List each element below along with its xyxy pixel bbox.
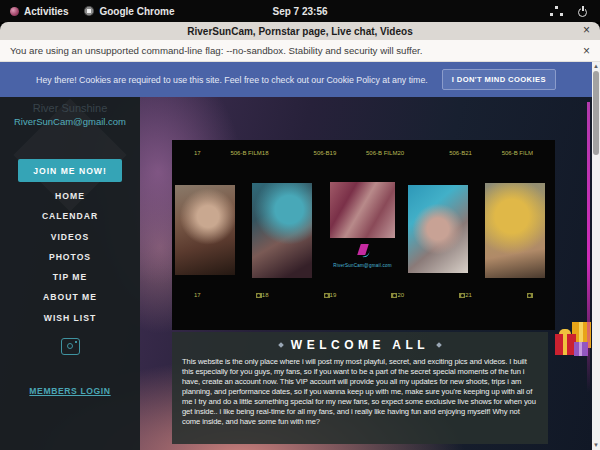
page-edge-accent-line [587, 102, 590, 392]
screen: Activities Google Chrome Sep 7 23:56 Riv… [0, 0, 600, 450]
sidebar-item-calendar[interactable]: CALENDAR [0, 206, 140, 226]
sidebar-item-photos[interactable]: PHOTOS [0, 247, 140, 267]
clip-label: 506-B [449, 150, 465, 156]
infobar-close-icon[interactable]: × [583, 44, 590, 58]
video-thumbnail[interactable] [485, 183, 545, 278]
gift-boxes-graphic [552, 322, 592, 367]
power-icon[interactable] [577, 6, 588, 17]
window-close-icon[interactable]: × [583, 23, 590, 37]
gift-red-icon [555, 334, 576, 355]
carousel-top-labels: 17506-B FILM 18506-B 19506-B FILM 20506-… [172, 150, 555, 156]
welcome-panel: WELCOME ALL This website is the only pla… [172, 332, 548, 444]
clip-number: 18 [262, 292, 269, 298]
camera-social-icon[interactable] [61, 338, 80, 355]
page-title: RiverSunCam, Pornstar page, Live chat, V… [187, 26, 412, 37]
carousel-bottom-labels: 17 18 19 20 21 [172, 292, 555, 298]
clip-label: 506-B FILM [502, 150, 533, 156]
clip-label: 506-B FILM [366, 150, 397, 156]
video-thumbnail[interactable] [408, 185, 468, 273]
camera-icon [256, 293, 262, 298]
clip-number: 20 [397, 292, 404, 298]
system-top-bar: Activities Google Chrome Sep 7 23:56 [0, 0, 600, 22]
diamond-bullet-icon [278, 342, 284, 348]
site-name: River Sunshine [0, 102, 140, 114]
gift-purple-icon [574, 342, 588, 356]
brand-logo-icon [355, 244, 371, 258]
clip-label: 506-B [314, 150, 330, 156]
sidebar-item-about-me[interactable]: ABOUT ME [0, 287, 140, 307]
clock[interactable]: Sep 7 23:56 [0, 6, 600, 17]
sidebar: River Sunshine RiverSunCam@gmail.com JOI… [0, 97, 140, 450]
flag-warning-infobar: You are using an unsupported command-lin… [0, 40, 600, 62]
contact-email-link[interactable]: RiverSunCam@gmail.com [0, 116, 140, 127]
sidebar-item-wish-list[interactable]: WISH LIST [0, 308, 140, 328]
video-thumbnail[interactable] [252, 183, 312, 278]
clip-number: 18 [262, 150, 269, 156]
video-thumbnail[interactable] [330, 182, 395, 238]
carousel-watermark-logo: RiverSunCam@gmail.com [330, 244, 395, 268]
page-background: River Sunshine RiverSunCam@gmail.com JOI… [0, 97, 592, 450]
cookie-accept-button[interactable]: I DON'T MIND COOKIES [442, 69, 556, 90]
camera-icon [527, 293, 533, 298]
clip-number: 21 [465, 292, 472, 298]
welcome-heading: WELCOME ALL [291, 338, 429, 352]
clip-number: 19 [330, 292, 337, 298]
video-thumbnail[interactable] [175, 185, 235, 275]
clip-number: 19 [330, 150, 337, 156]
network-icon[interactable] [550, 6, 563, 16]
clip-number: 21 [465, 150, 472, 156]
sidebar-item-videos[interactable]: VIDEOS [0, 227, 140, 247]
scroll-down-icon[interactable]: ▼ [592, 441, 600, 450]
window-titlebar: RiverSunCam, Pornstar page, Live chat, V… [0, 22, 600, 40]
video-carousel: 17506-B FILM 18506-B 19506-B FILM 20506-… [172, 140, 555, 330]
clip-number: 17 [194, 150, 201, 156]
scrollbar-thumb[interactable] [593, 71, 599, 155]
camera-icon [391, 293, 397, 298]
brand-logo-text: RiverSunCam@gmail.com [330, 263, 395, 268]
infobar-message: You are using an unsupported command-lin… [10, 45, 423, 56]
welcome-paragraph: This website is the only place where i w… [182, 357, 538, 427]
sidebar-item-tip-me[interactable]: TIP ME [0, 267, 140, 287]
scroll-up-icon[interactable]: ▲ [592, 62, 600, 71]
sidebar-item-home[interactable]: HOME [0, 186, 140, 206]
clip-number: 17 [194, 292, 201, 298]
clip-label: 506-B FILM [230, 150, 261, 156]
camera-icon [324, 293, 330, 298]
camera-icon [459, 293, 465, 298]
diamond-bullet-icon [436, 342, 442, 348]
join-me-now-button[interactable]: JOIN ME NOW! [18, 159, 122, 182]
cookie-notice-bar: Hey there! Cookies are required to use t… [0, 62, 592, 97]
scrollbar[interactable]: ▲ ▼ [592, 62, 600, 450]
clip-number: 20 [397, 150, 404, 156]
sidebar-nav: HOME CALENDAR VIDEOS PHOTOS TIP ME ABOUT… [0, 186, 140, 328]
members-login-link[interactable]: MEMBERS LOGIN [0, 386, 140, 396]
cookie-message: Hey there! Cookies are required to use t… [36, 75, 428, 85]
